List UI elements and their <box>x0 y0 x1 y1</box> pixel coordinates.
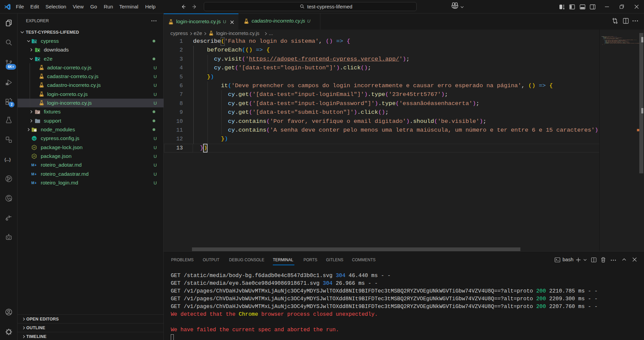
svg-text:cy: cy <box>34 41 36 43</box>
svg-text:cy: cy <box>33 137 36 140</box>
svg-text:M: M <box>31 163 34 167</box>
svg-text:JS: JS <box>33 155 35 157</box>
svg-text:JS: JS <box>33 146 35 148</box>
svg-text:M: M <box>31 181 34 185</box>
svg-text:M: M <box>31 172 34 176</box>
